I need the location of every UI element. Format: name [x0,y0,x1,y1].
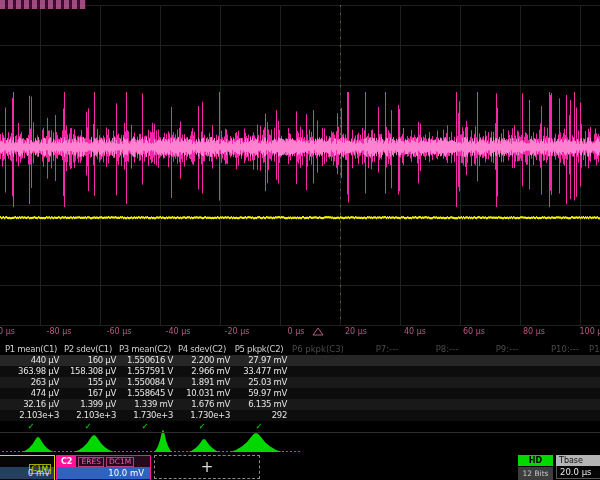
measure-column-header[interactable]: P4 sdev(C2) [174,344,230,354]
add-trace-button[interactable]: + [154,455,260,479]
measure-value: 1.730e+3 [174,410,230,420]
measure-value: 59.97 mV [231,388,287,398]
measure-column-header-inactive[interactable]: P7:--- [376,344,399,354]
timebase-tick-label: 40 µs [404,327,426,336]
timebase-tick-label: -60 µs [107,327,132,336]
table-separator [0,432,600,433]
measure-value: 1.550084 V [117,377,173,387]
measure-value: 1.676 mV [174,399,230,409]
measure-value: 440 µV [3,355,59,365]
measure-value: 1.891 mV [174,377,230,387]
measure-value: 1.558645 V [117,388,173,398]
measure-value: 1.730e+3 [117,410,173,420]
c2-descriptor-header: C2 ERES DC1M [57,456,150,467]
measure-value: 2.103e+3 [3,410,59,420]
c2-eres-tag: ERES [78,457,103,467]
measure-value: 158.308 µV [60,366,116,376]
measure-column-header[interactable]: P1 mean(C1) [3,344,59,354]
measure-column-header-inactive[interactable]: P6 pkpk(C3) [292,344,344,354]
measure-value: 263 µV [3,377,59,387]
c1-scale-value: 0 mV [0,467,54,479]
cropped-top-label [0,0,86,9]
c2-coupling-tag: DC1M [106,457,134,467]
status-check-icon: ✓ [3,421,59,431]
timebase-title: Tbase [556,455,600,466]
measure-value: 1.339 mV [117,399,173,409]
measure-column-header-inactive[interactable]: P9:--- [496,344,519,354]
timebase-tick-label: 80 µs [523,327,545,336]
timebase-tick-label: -80 µs [47,327,72,336]
c2-scale-value: 10.0 mV [57,467,150,479]
measure-value: 33.477 mV [231,366,287,376]
measure-value: 1.399 µV [60,399,116,409]
measure-column-header-inactive[interactable]: P8:--- [436,344,459,354]
status-check-icon: ✓ [60,421,116,431]
status-check-icon: ✓ [231,421,287,431]
measure-column-header-inactive[interactable]: P10:--- [551,344,579,354]
timebase-tick-label: -100 µs [0,327,15,336]
timebase-scale-value: 20.0 µs [556,466,600,479]
c1-descriptor-box[interactable]: C1M 0 mV [0,455,55,480]
hd-bits-label: 12 Bits [518,467,553,480]
measure-column-header[interactable]: P5 pkpk(C2) [231,344,287,354]
measure-value: 1.557591 V [117,366,173,376]
measure-value: 1.550616 V [117,355,173,365]
status-check-icon: ✓ [117,421,173,431]
measure-value: 2.103e+3 [60,410,116,420]
measure-value: 2.200 mV [174,355,230,365]
measure-value: 167 µV [60,388,116,398]
status-check-icon: ✓ [174,421,230,431]
timebase-tick-label: 0 µs [288,327,305,336]
timebase-tick-label: 100 µs [579,327,600,336]
plus-icon: + [201,458,214,476]
measure-value: 27.97 mV [231,355,287,365]
timebase-tick-label: -40 µs [166,327,191,336]
measure-value: 10.031 mV [174,388,230,398]
c2-channel-chip: C2 [57,456,76,467]
measure-value: 363.98 µV [3,366,59,376]
measure-value: 2.966 mV [174,366,230,376]
oscilloscope-screen: -100 µs-80 µs-60 µs-40 µs-20 µs0 µs20 µs… [0,0,600,480]
measure-value: 160 µV [60,355,116,365]
measure-value: 155 µV [60,377,116,387]
timebase-tick-label: 60 µs [463,327,485,336]
timebase-descriptor-box[interactable]: Tbase 20.0 µs [556,455,600,480]
measure-value: 25.03 mV [231,377,287,387]
measure-value: 292 [231,410,287,420]
measure-column-header[interactable]: P3 mean(C2) [117,344,173,354]
timebase-tick-label: -20 µs [225,327,250,336]
c2-descriptor-box[interactable]: C2 ERES DC1M 10.0 mV [56,455,151,480]
measure-value: 474 µV [3,388,59,398]
measure-value: 6.135 mV [231,399,287,409]
c1-descriptor-header: C1M [0,456,54,467]
hd-mode-badge[interactable]: HD [518,455,553,466]
measure-value: 32.16 µV [3,399,59,409]
timebase-tick-label: 20 µs [345,327,367,336]
measure-column-header-inactive[interactable]: P11 [589,344,600,354]
measure-column-header[interactable]: P2 sdev(C1) [60,344,116,354]
